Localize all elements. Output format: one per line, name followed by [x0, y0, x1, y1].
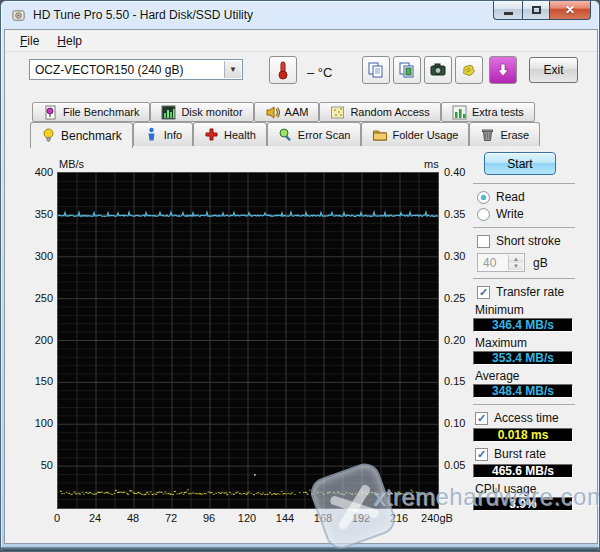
benchmark-icon: [41, 128, 56, 143]
menu-bar: FileHelp: [5, 30, 597, 52]
benchmark-plot-canvas: [58, 173, 438, 508]
read-radio-row[interactable]: Read: [477, 190, 579, 204]
read-radio[interactable]: [477, 191, 490, 204]
minimum-label: Minimum: [475, 303, 579, 317]
erase-icon: [480, 127, 495, 142]
tab-file-benchmark[interactable]: File Benchmark: [32, 102, 150, 122]
tab-error-scan[interactable]: Error Scan: [267, 122, 362, 146]
tab-label: File Benchmark: [63, 106, 139, 118]
temperature-button[interactable]: [269, 56, 297, 84]
info-icon: [144, 127, 159, 142]
tab-extra-tests[interactable]: Extra tests: [441, 102, 535, 122]
divider: [473, 404, 575, 405]
export-button[interactable]: [455, 56, 483, 84]
divider: [473, 278, 575, 279]
tab-label: Health: [224, 129, 256, 141]
tab-erase[interactable]: Erase: [469, 122, 540, 146]
x-tick-label: 96: [191, 512, 227, 524]
transfer-rate-row[interactable]: ✓ Transfer rate: [477, 285, 579, 299]
short-stroke-size-row: 40 ▲▼ gB: [477, 253, 579, 272]
x-tick-label: 48: [115, 512, 151, 524]
y-left-axis-unit: MB/s: [59, 158, 84, 170]
copy-text-button[interactable]: [362, 56, 390, 84]
tab-disk-monitor[interactable]: Disk monitor: [150, 102, 253, 122]
chevron-down-icon: ▼: [224, 61, 241, 78]
y-right-tick-label: 0.05: [444, 459, 465, 471]
maximize-button[interactable]: [522, 1, 550, 20]
window-title: HD Tune Pro 5.50 - Hard Disk/SSD Utility: [33, 8, 253, 22]
tab-benchmark[interactable]: Benchmark: [30, 122, 133, 148]
y-right-tick-label: 0.30: [444, 250, 465, 262]
short-stroke-label: Short stroke: [496, 234, 561, 248]
y-right-tick-label: 0.25: [444, 292, 465, 304]
client-area: FileHelp OCZ-VECTOR150 (240 gB) ▼ – °C: [4, 29, 598, 544]
tab-label: Erase: [500, 129, 529, 141]
transfer-rate-checkbox[interactable]: ✓: [477, 286, 490, 299]
screenshot-button[interactable]: [424, 56, 452, 84]
drive-select[interactable]: OCZ-VECTOR150 (240 gB) ▼: [29, 59, 243, 80]
folder-usage-icon: [372, 127, 387, 142]
short-stroke-checkbox[interactable]: [477, 235, 490, 248]
minimize-button[interactable]: [493, 1, 522, 20]
tab-label: Random Access: [350, 106, 429, 118]
extra-tests-icon: [452, 105, 467, 120]
write-radio-row[interactable]: Write: [477, 207, 579, 221]
cpu-usage-value: 3.9%: [473, 497, 573, 511]
tab-aam[interactable]: AAM: [254, 102, 320, 122]
start-button[interactable]: Start: [484, 152, 556, 175]
burst-rate-checkbox[interactable]: ✓: [475, 448, 488, 461]
burst-rate-value: 465.6 MB/s: [473, 464, 573, 478]
benchmark-plot: [57, 172, 439, 509]
aam-icon: [265, 105, 280, 120]
download-button[interactable]: [489, 56, 517, 84]
cpu-usage-label: CPU usage: [475, 482, 579, 496]
y-right-axis-unit: ms: [424, 158, 439, 170]
divider: [473, 227, 575, 228]
menu-help[interactable]: Help: [48, 32, 91, 50]
short-stroke-size-input[interactable]: 40 ▲▼: [477, 253, 525, 272]
y-left-tick-label: 250: [19, 292, 53, 304]
tab-folder-usage[interactable]: Folder Usage: [361, 122, 469, 146]
x-tick-label: 216: [381, 512, 417, 524]
exit-button[interactable]: Exit: [529, 57, 578, 83]
benchmark-controls: Start Read Write Short stroke 40 ▲▼: [467, 150, 579, 511]
close-button[interactable]: ✕: [550, 1, 591, 20]
thermometer-icon: [274, 60, 292, 80]
access-time-value: 0.018 ms: [473, 428, 573, 442]
access-time-checkbox[interactable]: ✓: [475, 412, 488, 425]
y-right-tick-label: 0.35: [444, 208, 465, 220]
read-label: Read: [496, 190, 525, 204]
burst-rate-row[interactable]: ✓ Burst rate: [475, 447, 579, 461]
write-radio[interactable]: [477, 208, 490, 221]
access-time-label: Access time: [494, 411, 559, 425]
tab-random-access[interactable]: Random Access: [319, 102, 440, 122]
short-stroke-row[interactable]: Short stroke: [477, 234, 579, 248]
copy-image-icon: [398, 61, 416, 79]
tab-info[interactable]: Info: [133, 122, 193, 146]
average-label: Average: [475, 369, 579, 383]
y-left-tick-label: 200: [19, 334, 53, 346]
y-left-tick-label: 350: [19, 208, 53, 220]
tab-label: Disk monitor: [181, 106, 242, 118]
temperature-value: – °C: [307, 65, 332, 80]
x-tick-label: 120: [229, 512, 265, 524]
y-right-tick-label: 0.10: [444, 417, 465, 429]
spinner-buttons[interactable]: ▲▼: [508, 255, 523, 270]
copy-text-icon: [367, 61, 385, 79]
export-icon: [460, 61, 478, 79]
tab-label: AAM: [285, 106, 309, 118]
average-value: 348.4 MB/s: [473, 384, 573, 398]
access-time-row[interactable]: ✓ Access time: [475, 411, 579, 425]
transfer-rate-label: Transfer rate: [496, 285, 564, 299]
copy-image-button[interactable]: [393, 56, 421, 84]
error-scan-icon: [278, 127, 293, 142]
tab-label: Extra tests: [472, 106, 524, 118]
title-bar[interactable]: HD Tune Pro 5.50 - Hard Disk/SSD Utility…: [1, 1, 599, 29]
menu-file[interactable]: File: [11, 32, 48, 50]
app-icon: [11, 8, 26, 23]
y-left-tick-label: 300: [19, 250, 53, 262]
drive-select-value: OCZ-VECTOR150 (240 gB): [35, 63, 184, 77]
tab-health[interactable]: Health: [193, 122, 267, 146]
y-left-tick-label: 50: [19, 459, 53, 471]
tab-label: Folder Usage: [392, 129, 458, 141]
